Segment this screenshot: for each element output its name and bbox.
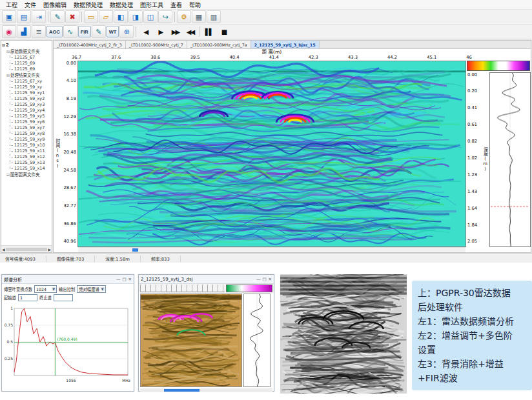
folder-icon[interactable]: ▭ xyxy=(84,10,98,23)
settings-icon[interactable]: ⚙ xyxy=(177,10,191,23)
menu-item-2[interactable]: 图像编辑 xyxy=(40,1,70,9)
wavelet-pencil-icon[interactable]: ✎ xyxy=(92,25,106,38)
histogram-icon[interactable]: ▟ xyxy=(17,25,31,38)
gain-window: 2_12125_59_xytj_3_dsj — □ ✕ xyxy=(138,274,274,392)
agc-button[interactable]: AGC xyxy=(46,26,63,37)
rewind-button[interactable]: ◀◀ xyxy=(183,25,197,38)
minimize-icon[interactable]: — xyxy=(116,277,121,282)
step-back-button[interactable]: ◀ xyxy=(138,25,152,38)
tree-item[interactable]: 12125_59_xy2 xyxy=(2,96,51,102)
edit-file-icon[interactable]: ✎ xyxy=(50,10,65,23)
tree-folder-0[interactable]: ⊟原始数据文件夹 xyxy=(2,48,51,55)
tree-item[interactable]: 12125_59_xy4 xyxy=(2,108,51,114)
tree-item[interactable]: 12125_59_xy9 xyxy=(2,137,51,143)
save-as-icon[interactable]: ◨ xyxy=(128,10,143,23)
radargram-scrollbar[interactable] xyxy=(78,247,466,252)
fft-points-select[interactable]: 1024▼ xyxy=(34,285,57,293)
expander-icon[interactable]: ⊟ xyxy=(6,49,10,54)
gain-scrollbar[interactable] xyxy=(140,388,272,392)
tree-root[interactable]: ⊟2 xyxy=(2,42,51,48)
crosshair-icon[interactable]: ⊕ xyxy=(119,25,134,38)
tree-item[interactable]: 12125_59_xy8 xyxy=(2,131,51,137)
expander-icon[interactable]: ⊟ xyxy=(6,172,10,177)
y-tick-right: 0.41 xyxy=(467,105,482,110)
tree-item[interactable]: 12125_59_x13 xyxy=(2,160,51,166)
close-icon[interactable]: ✕ xyxy=(128,277,132,282)
menu-item-3[interactable]: 数据预处理 xyxy=(70,1,106,9)
gain-window-content xyxy=(139,293,274,388)
chevron-down-icon: ▼ xyxy=(52,287,56,291)
fast-forward-button[interactable]: ▶▶ xyxy=(168,25,182,38)
wt-button[interactable]: WT xyxy=(107,26,119,37)
start-trace-input[interactable] xyxy=(18,294,37,301)
tree-scroll-thumb[interactable] xyxy=(6,248,48,251)
menu-item-0[interactable]: 工程 xyxy=(3,1,21,9)
output-control-select[interactable]: 绝对幅度谱▼ xyxy=(77,285,105,293)
color-wheel-icon[interactable]: ◉ xyxy=(2,25,16,38)
toolbar-processing: ◉▟≡AGC∿FIR✎WT⊕◀▶▶▶◀◀▌▌■ xyxy=(0,25,532,39)
export-icon[interactable]: ↪ xyxy=(158,10,172,23)
gain-curve-icon[interactable]: ∿ xyxy=(63,25,77,38)
y-tick-left: 32.77 xyxy=(61,203,76,208)
tree-folder-1[interactable]: ⊟处理结果文件夹 xyxy=(2,72,51,79)
tree-item[interactable]: 12125_67 xyxy=(2,55,51,61)
save-all-icon[interactable]: ◫ xyxy=(143,10,158,23)
gain-scroll-thumb[interactable] xyxy=(164,389,200,392)
tree-item[interactable]: 12125_69 xyxy=(2,66,51,72)
radargram-canvas[interactable] xyxy=(77,61,466,247)
expander-icon[interactable]: ⊟ xyxy=(2,43,5,47)
expander-icon[interactable]: ⊟ xyxy=(6,73,10,77)
minimize-icon[interactable]: — xyxy=(256,277,261,282)
close-project-icon[interactable]: ⇥ xyxy=(32,10,46,23)
tab-0[interactable]: _LTD10002-400MHz_cytj_2_fir_3 xyxy=(54,41,126,48)
x-tick: 40.4 xyxy=(230,55,240,60)
scroll-right-icon[interactable]: ▶ xyxy=(48,247,51,252)
radargram-scroll-thumb[interactable] xyxy=(132,248,138,252)
tab-1[interactable]: _LTD10002-900MHz_cytj_7 xyxy=(126,41,187,48)
tree-item[interactable]: 12125_59_x10 xyxy=(2,143,51,148)
play-button[interactable]: ▶ xyxy=(153,25,167,38)
menu-item-7[interactable]: 帮助 xyxy=(186,1,204,9)
tree-item[interactable]: 12125_59_xy1 xyxy=(2,90,51,96)
menu-item-1[interactable]: 文件 xyxy=(21,1,39,9)
tree-item[interactable]: 12125_59_xy xyxy=(2,85,51,90)
pause-button[interactable]: ▌▌ xyxy=(201,25,216,38)
delete-file-icon[interactable]: ✖ xyxy=(65,10,79,23)
stop-button[interactable]: ■ xyxy=(216,25,230,38)
tree-item[interactable]: 12125_59_xy3 xyxy=(2,102,51,108)
tree-item[interactable]: 12125_59_x11 xyxy=(2,148,51,154)
save-icon[interactable]: ◧ xyxy=(114,10,128,23)
tree-item[interactable]: 12125_59_xy6 xyxy=(2,119,51,125)
close-icon[interactable]: ✕ xyxy=(269,277,272,282)
folder-open-icon[interactable]: ▱ xyxy=(99,10,113,23)
print-preview-icon[interactable]: ▥ xyxy=(207,10,221,23)
tree-item[interactable]: 12125_59_x12 xyxy=(2,154,51,160)
tree-folder-2[interactable]: ⊟图形距离文件夹 xyxy=(2,172,51,178)
gain-radargram-canvas[interactable] xyxy=(140,294,242,387)
x-tick: 46 xyxy=(466,55,472,60)
open-project-icon[interactable]: ▤ xyxy=(17,10,31,23)
tree-item[interactable]: 12125_59_x14 xyxy=(2,166,51,172)
gain-window-header xyxy=(139,284,274,293)
end-trace-input[interactable] xyxy=(54,294,73,301)
new-project-icon[interactable]: ▣ xyxy=(2,10,16,23)
print-icon[interactable]: ▦ xyxy=(192,10,206,23)
y-tick-left: 0.00 xyxy=(61,61,76,66)
menu-item-6[interactable]: 查看 xyxy=(167,1,185,9)
svg-text:0.25: 0.25 xyxy=(5,356,14,361)
tab-3[interactable]: 2_12125_59_xytj_3_bjxc_15 xyxy=(251,41,320,48)
scroll-left-icon[interactable]: ◀ xyxy=(2,247,5,252)
tree-item[interactable]: 12125_67_xy xyxy=(2,79,51,85)
tree-item[interactable]: 12125_59_xy7 xyxy=(2,125,51,131)
tree-item[interactable]: 12125_69 xyxy=(2,61,51,66)
y-tick-left: 28.67 xyxy=(61,185,76,190)
fir-button[interactable]: FIR xyxy=(78,26,91,37)
menu-item-4[interactable]: 数据处理 xyxy=(107,1,136,9)
tab-2[interactable]: _LTD10002-900MHz_cytj_7a xyxy=(187,41,251,48)
table-icon[interactable]: ≡ xyxy=(32,25,46,38)
maximize-icon[interactable]: □ xyxy=(122,277,126,282)
tree-hscrollbar[interactable]: ◀ ▶ xyxy=(1,245,52,252)
maximize-icon[interactable]: □ xyxy=(262,277,266,282)
tree-item[interactable]: 12125_59_xy5 xyxy=(2,114,51,119)
menu-item-5[interactable]: 图形工具 xyxy=(137,1,167,9)
